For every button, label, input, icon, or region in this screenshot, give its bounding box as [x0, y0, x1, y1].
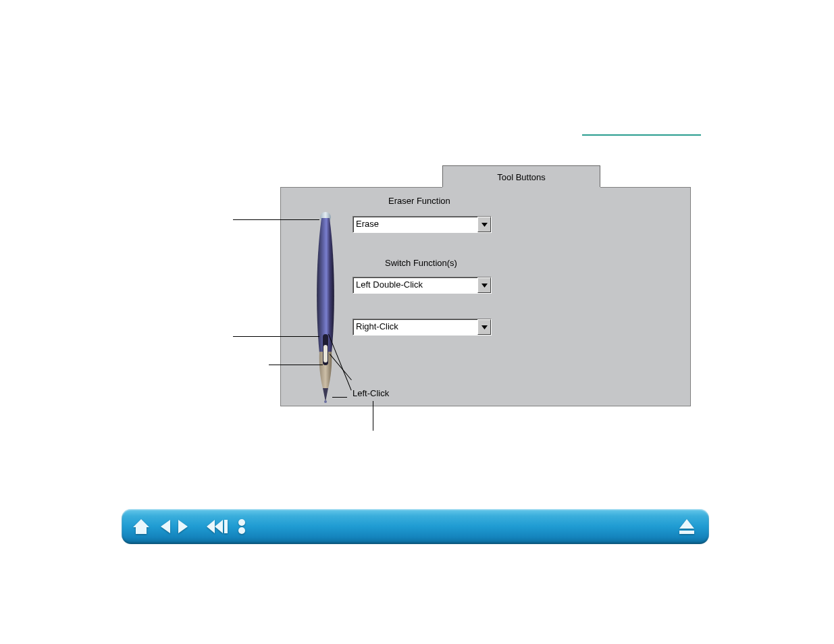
callout-leader	[233, 336, 319, 337]
svg-marker-8	[178, 520, 188, 533]
svg-marker-0	[481, 223, 488, 227]
lower-switch-value: Right-Click	[353, 319, 477, 335]
upper-switch-function-dropdown[interactable]: Left Double-Click	[353, 277, 492, 294]
svg-marker-14	[679, 519, 694, 529]
svg-marker-7	[161, 520, 170, 533]
callout-leader	[373, 401, 373, 431]
tab-tool-buttons-label: Tool Buttons	[497, 172, 546, 182]
chevron-down-icon	[477, 217, 491, 232]
active-tab-mask	[442, 187, 600, 188]
tab-tool-buttons[interactable]: Tool Buttons	[442, 165, 600, 188]
lower-switch-function-dropdown[interactable]: Right-Click	[353, 319, 492, 336]
eject-icon[interactable]	[675, 515, 698, 538]
svg-marker-2	[481, 325, 488, 329]
pen-tip-function-label: Left-Click	[353, 388, 389, 398]
svg-rect-15	[679, 531, 694, 534]
viewer-navbar	[122, 509, 709, 544]
section-divider	[582, 134, 701, 136]
svg-point-12	[238, 519, 245, 526]
svg-rect-11	[224, 520, 228, 533]
chevron-down-icon	[477, 277, 491, 293]
svg-point-6	[324, 400, 327, 403]
pen-illustration	[312, 211, 339, 404]
next-page-icon[interactable]	[174, 515, 192, 538]
svg-point-13	[238, 527, 245, 534]
upper-switch-value: Left Double-Click	[353, 277, 477, 293]
eraser-function-value: Erase	[353, 217, 477, 232]
menu-dots-icon[interactable]	[235, 515, 249, 538]
svg-marker-1	[481, 284, 488, 288]
callout-leader	[233, 219, 319, 220]
svg-marker-9	[207, 520, 215, 533]
chevron-down-icon	[477, 319, 491, 335]
previous-page-icon[interactable]	[157, 515, 174, 538]
callout-leader	[332, 397, 347, 398]
eraser-function-label: Eraser Function	[388, 196, 450, 206]
callout-leader	[269, 365, 323, 365]
home-icon[interactable]	[130, 515, 153, 538]
eraser-function-dropdown[interactable]: Erase	[353, 216, 492, 233]
svg-rect-5	[323, 345, 328, 363]
first-page-icon[interactable]	[201, 515, 231, 538]
switch-functions-label: Switch Function(s)	[385, 258, 457, 268]
svg-marker-10	[215, 520, 223, 533]
